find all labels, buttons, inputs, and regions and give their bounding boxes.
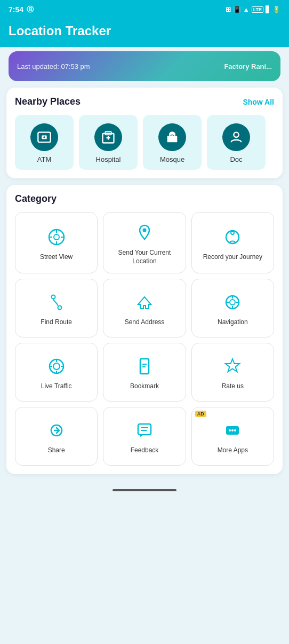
nearby-places-header: Nearby Places Show All xyxy=(15,96,274,107)
nearby-places-title: Nearby Places xyxy=(15,96,81,107)
lte-icon: LTE xyxy=(252,6,263,13)
svg-point-19 xyxy=(58,306,61,310)
send-location-icon xyxy=(135,222,154,244)
rate-us-icon xyxy=(223,356,242,377)
last-updated-text: Last updated: 07:53 pm xyxy=(17,62,90,70)
hospital-icon xyxy=(94,123,122,151)
navigation-icon xyxy=(223,292,242,313)
svg-point-10 xyxy=(54,234,59,240)
nearby-hospital[interactable]: Hospital xyxy=(79,115,138,170)
feedback-label: Feedback xyxy=(131,446,159,455)
svg-point-21 xyxy=(230,300,235,305)
signal-icon: ▋ xyxy=(266,6,270,13)
svg-point-8 xyxy=(234,132,238,137)
more-apps-icon xyxy=(223,420,242,441)
category-more-apps[interactable]: AD More Apps xyxy=(191,407,274,466)
bookmark-label: Bookmark xyxy=(130,382,159,391)
doctor-icon xyxy=(222,123,250,151)
banner-location-name: Factory Rani... xyxy=(224,62,272,70)
vibrate-icon: 📳 xyxy=(233,6,241,13)
svg-rect-7 xyxy=(167,136,178,143)
rate-us-label: Rate us xyxy=(222,382,244,391)
home-indicator xyxy=(0,481,289,496)
atm-icon xyxy=(30,123,58,151)
category-rate-us[interactable]: Rate us xyxy=(191,343,274,402)
svg-point-17 xyxy=(231,231,234,234)
live-traffic-icon xyxy=(47,356,66,377)
nearby-doctor[interactable]: Doc xyxy=(207,115,266,170)
doctor-label: Doc xyxy=(230,155,242,163)
category-send-address[interactable]: Send Address xyxy=(103,279,186,337)
svg-point-15 xyxy=(142,229,146,232)
category-send-location[interactable]: Send Your Current Location xyxy=(103,212,186,273)
ad-badge: AD xyxy=(195,411,206,417)
find-route-label: Find Route xyxy=(41,318,72,327)
feedback-icon xyxy=(135,420,154,441)
category-title: Category xyxy=(15,193,57,205)
svg-point-43 xyxy=(231,429,234,431)
svg-point-44 xyxy=(234,429,236,431)
battery-icon: 🔋 xyxy=(272,6,280,13)
banner: Last updated: 07:53 pm Factory Rani... xyxy=(9,51,280,81)
nearby-places-card: Nearby Places Show All ATM xyxy=(6,88,283,178)
navigation-label: Navigation xyxy=(218,318,248,327)
send-address-label: Send Address xyxy=(125,318,165,327)
bookmark-icon xyxy=(135,356,154,377)
category-find-route[interactable]: Find Route xyxy=(15,279,98,337)
app-title: Location Tracker xyxy=(9,23,280,38)
share-label: Share xyxy=(48,446,65,455)
svg-point-42 xyxy=(229,429,231,431)
wifi-icon: ▲ xyxy=(243,6,250,13)
hospital-label: Hospital xyxy=(96,155,121,163)
record-journey-icon xyxy=(223,226,242,248)
nearby-atm[interactable]: ATM xyxy=(15,115,74,170)
category-feedback[interactable]: Feedback xyxy=(103,407,186,466)
send-address-icon xyxy=(135,292,154,313)
svg-marker-35 xyxy=(226,359,239,372)
home-bar xyxy=(113,489,176,491)
svg-point-27 xyxy=(53,363,60,370)
svg-point-18 xyxy=(51,295,55,299)
share-icon xyxy=(47,420,66,441)
find-route-icon xyxy=(47,292,66,313)
street-view-icon xyxy=(47,226,66,248)
category-card: Category Street View xyxy=(6,185,283,474)
category-record-journey[interactable]: Record your Journey xyxy=(191,212,274,273)
category-grid: Street View Send Your Current Location xyxy=(15,212,274,466)
status-bar: 7:54 Ⓑ ⊞ 📳 ▲ LTE ▋ 🔋 xyxy=(0,0,289,19)
status-time-group: 7:54 Ⓑ xyxy=(9,5,34,14)
status-icons: ⊞ 📳 ▲ LTE ▋ 🔋 xyxy=(226,6,280,13)
mosque-label: Mosque xyxy=(160,155,184,163)
category-share[interactable]: Share xyxy=(15,407,98,466)
svg-point-2 xyxy=(43,136,45,138)
mosque-icon xyxy=(158,123,186,151)
app-header: Location Tracker xyxy=(0,19,289,47)
category-header: Category xyxy=(15,193,274,205)
category-bookmark[interactable]: Bookmark xyxy=(103,343,186,402)
category-live-traffic[interactable]: Live Traffic xyxy=(15,343,98,402)
show-all-button[interactable]: Show All xyxy=(243,98,274,106)
live-traffic-label: Live Traffic xyxy=(41,382,72,391)
sim-icon: ⊞ xyxy=(226,6,231,13)
send-location-label: Send Your Current Location xyxy=(108,249,181,265)
street-view-label: Street View xyxy=(40,253,73,262)
bitcoin-icon: Ⓑ xyxy=(27,5,34,14)
status-time: 7:54 xyxy=(9,5,23,14)
category-street-view[interactable]: Street View xyxy=(15,212,98,273)
category-navigation[interactable]: Navigation xyxy=(191,279,274,337)
more-apps-label: More Apps xyxy=(218,446,248,455)
nearby-mosque[interactable]: Mosque xyxy=(143,115,202,170)
record-journey-label: Record your Journey xyxy=(203,253,262,262)
nearby-places-grid: ATM Hospital xyxy=(15,115,274,170)
main-content: Nearby Places Show All ATM xyxy=(0,81,289,481)
atm-label: ATM xyxy=(37,155,51,163)
svg-rect-38 xyxy=(138,424,151,435)
